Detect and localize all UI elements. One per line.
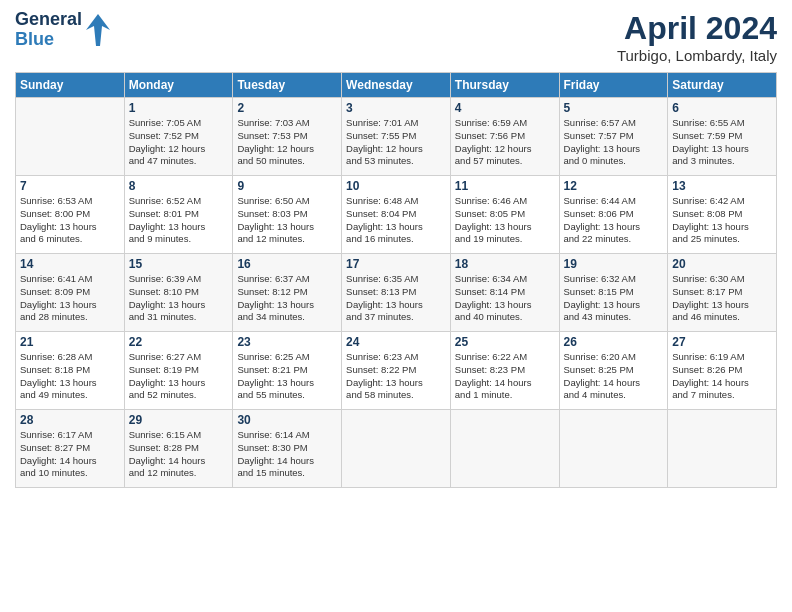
header-cell-saturday: Saturday <box>668 73 777 98</box>
cell-info: Sunrise: 6:25 AM Sunset: 8:21 PM Dayligh… <box>237 351 337 402</box>
day-number: 18 <box>455 257 555 271</box>
calendar-cell: 5Sunrise: 6:57 AM Sunset: 7:57 PM Daylig… <box>559 98 668 176</box>
header-cell-sunday: Sunday <box>16 73 125 98</box>
logo-text-blue: Blue <box>15 30 82 50</box>
title-area: April 2024 Turbigo, Lombardy, Italy <box>617 10 777 64</box>
day-number: 7 <box>20 179 120 193</box>
header-row: SundayMondayTuesdayWednesdayThursdayFrid… <box>16 73 777 98</box>
calendar-cell: 3Sunrise: 7:01 AM Sunset: 7:55 PM Daylig… <box>342 98 451 176</box>
calendar-cell: 14Sunrise: 6:41 AM Sunset: 8:09 PM Dayli… <box>16 254 125 332</box>
day-number: 8 <box>129 179 229 193</box>
calendar-cell: 9Sunrise: 6:50 AM Sunset: 8:03 PM Daylig… <box>233 176 342 254</box>
calendar-cell: 22Sunrise: 6:27 AM Sunset: 8:19 PM Dayli… <box>124 332 233 410</box>
day-number: 15 <box>129 257 229 271</box>
cell-info: Sunrise: 7:03 AM Sunset: 7:53 PM Dayligh… <box>237 117 337 168</box>
calendar-cell: 27Sunrise: 6:19 AM Sunset: 8:26 PM Dayli… <box>668 332 777 410</box>
week-row-1: 1Sunrise: 7:05 AM Sunset: 7:52 PM Daylig… <box>16 98 777 176</box>
day-number: 30 <box>237 413 337 427</box>
header-cell-tuesday: Tuesday <box>233 73 342 98</box>
calendar-cell: 29Sunrise: 6:15 AM Sunset: 8:28 PM Dayli… <box>124 410 233 488</box>
cell-info: Sunrise: 6:39 AM Sunset: 8:10 PM Dayligh… <box>129 273 229 324</box>
day-number: 14 <box>20 257 120 271</box>
cell-info: Sunrise: 6:44 AM Sunset: 8:06 PM Dayligh… <box>564 195 664 246</box>
day-number: 9 <box>237 179 337 193</box>
cell-info: Sunrise: 6:34 AM Sunset: 8:14 PM Dayligh… <box>455 273 555 324</box>
calendar-cell: 19Sunrise: 6:32 AM Sunset: 8:15 PM Dayli… <box>559 254 668 332</box>
day-number: 19 <box>564 257 664 271</box>
calendar-cell: 12Sunrise: 6:44 AM Sunset: 8:06 PM Dayli… <box>559 176 668 254</box>
day-number: 17 <box>346 257 446 271</box>
calendar-cell <box>16 98 125 176</box>
calendar-cell <box>559 410 668 488</box>
calendar-cell: 30Sunrise: 6:14 AM Sunset: 8:30 PM Dayli… <box>233 410 342 488</box>
header-cell-wednesday: Wednesday <box>342 73 451 98</box>
cell-info: Sunrise: 6:22 AM Sunset: 8:23 PM Dayligh… <box>455 351 555 402</box>
cell-info: Sunrise: 6:35 AM Sunset: 8:13 PM Dayligh… <box>346 273 446 324</box>
week-row-2: 7Sunrise: 6:53 AM Sunset: 8:00 PM Daylig… <box>16 176 777 254</box>
calendar-cell: 20Sunrise: 6:30 AM Sunset: 8:17 PM Dayli… <box>668 254 777 332</box>
calendar-cell: 7Sunrise: 6:53 AM Sunset: 8:00 PM Daylig… <box>16 176 125 254</box>
calendar-cell: 17Sunrise: 6:35 AM Sunset: 8:13 PM Dayli… <box>342 254 451 332</box>
day-number: 10 <box>346 179 446 193</box>
cell-info: Sunrise: 6:57 AM Sunset: 7:57 PM Dayligh… <box>564 117 664 168</box>
calendar-cell: 21Sunrise: 6:28 AM Sunset: 8:18 PM Dayli… <box>16 332 125 410</box>
cell-info: Sunrise: 6:27 AM Sunset: 8:19 PM Dayligh… <box>129 351 229 402</box>
cell-info: Sunrise: 6:48 AM Sunset: 8:04 PM Dayligh… <box>346 195 446 246</box>
calendar-cell: 4Sunrise: 6:59 AM Sunset: 7:56 PM Daylig… <box>450 98 559 176</box>
day-number: 11 <box>455 179 555 193</box>
cell-info: Sunrise: 6:28 AM Sunset: 8:18 PM Dayligh… <box>20 351 120 402</box>
calendar-cell: 25Sunrise: 6:22 AM Sunset: 8:23 PM Dayli… <box>450 332 559 410</box>
day-number: 12 <box>564 179 664 193</box>
calendar-cell: 8Sunrise: 6:52 AM Sunset: 8:01 PM Daylig… <box>124 176 233 254</box>
day-number: 3 <box>346 101 446 115</box>
header-cell-monday: Monday <box>124 73 233 98</box>
cell-info: Sunrise: 6:14 AM Sunset: 8:30 PM Dayligh… <box>237 429 337 480</box>
calendar-cell: 6Sunrise: 6:55 AM Sunset: 7:59 PM Daylig… <box>668 98 777 176</box>
calendar-cell <box>450 410 559 488</box>
day-number: 21 <box>20 335 120 349</box>
main-container: General Blue April 2024 Turbigo, Lombard… <box>0 0 792 498</box>
cell-info: Sunrise: 6:37 AM Sunset: 8:12 PM Dayligh… <box>237 273 337 324</box>
calendar-cell: 10Sunrise: 6:48 AM Sunset: 8:04 PM Dayli… <box>342 176 451 254</box>
cell-info: Sunrise: 6:52 AM Sunset: 8:01 PM Dayligh… <box>129 195 229 246</box>
cell-info: Sunrise: 6:19 AM Sunset: 8:26 PM Dayligh… <box>672 351 772 402</box>
logo: General Blue <box>15 10 112 50</box>
cell-info: Sunrise: 6:32 AM Sunset: 8:15 PM Dayligh… <box>564 273 664 324</box>
day-number: 2 <box>237 101 337 115</box>
calendar-cell: 28Sunrise: 6:17 AM Sunset: 8:27 PM Dayli… <box>16 410 125 488</box>
cell-info: Sunrise: 6:50 AM Sunset: 8:03 PM Dayligh… <box>237 195 337 246</box>
day-number: 27 <box>672 335 772 349</box>
day-number: 24 <box>346 335 446 349</box>
cell-info: Sunrise: 7:05 AM Sunset: 7:52 PM Dayligh… <box>129 117 229 168</box>
day-number: 26 <box>564 335 664 349</box>
cell-info: Sunrise: 7:01 AM Sunset: 7:55 PM Dayligh… <box>346 117 446 168</box>
logo-text-general: General <box>15 10 82 30</box>
day-number: 13 <box>672 179 772 193</box>
day-number: 4 <box>455 101 555 115</box>
cell-info: Sunrise: 6:20 AM Sunset: 8:25 PM Dayligh… <box>564 351 664 402</box>
week-row-4: 21Sunrise: 6:28 AM Sunset: 8:18 PM Dayli… <box>16 332 777 410</box>
cell-info: Sunrise: 6:17 AM Sunset: 8:27 PM Dayligh… <box>20 429 120 480</box>
calendar-cell <box>342 410 451 488</box>
day-number: 16 <box>237 257 337 271</box>
calendar-cell: 23Sunrise: 6:25 AM Sunset: 8:21 PM Dayli… <box>233 332 342 410</box>
cell-info: Sunrise: 6:53 AM Sunset: 8:00 PM Dayligh… <box>20 195 120 246</box>
header: General Blue April 2024 Turbigo, Lombard… <box>15 10 777 64</box>
calendar-cell: 15Sunrise: 6:39 AM Sunset: 8:10 PM Dayli… <box>124 254 233 332</box>
cell-info: Sunrise: 6:55 AM Sunset: 7:59 PM Dayligh… <box>672 117 772 168</box>
cell-info: Sunrise: 6:46 AM Sunset: 8:05 PM Dayligh… <box>455 195 555 246</box>
calendar-cell: 11Sunrise: 6:46 AM Sunset: 8:05 PM Dayli… <box>450 176 559 254</box>
day-number: 25 <box>455 335 555 349</box>
calendar-table: SundayMondayTuesdayWednesdayThursdayFrid… <box>15 72 777 488</box>
cell-info: Sunrise: 6:23 AM Sunset: 8:22 PM Dayligh… <box>346 351 446 402</box>
month-title: April 2024 <box>617 10 777 47</box>
cell-info: Sunrise: 6:30 AM Sunset: 8:17 PM Dayligh… <box>672 273 772 324</box>
header-cell-friday: Friday <box>559 73 668 98</box>
calendar-cell: 13Sunrise: 6:42 AM Sunset: 8:08 PM Dayli… <box>668 176 777 254</box>
calendar-cell: 2Sunrise: 7:03 AM Sunset: 7:53 PM Daylig… <box>233 98 342 176</box>
calendar-cell: 26Sunrise: 6:20 AM Sunset: 8:25 PM Dayli… <box>559 332 668 410</box>
cell-info: Sunrise: 6:15 AM Sunset: 8:28 PM Dayligh… <box>129 429 229 480</box>
day-number: 20 <box>672 257 772 271</box>
day-number: 23 <box>237 335 337 349</box>
header-cell-thursday: Thursday <box>450 73 559 98</box>
